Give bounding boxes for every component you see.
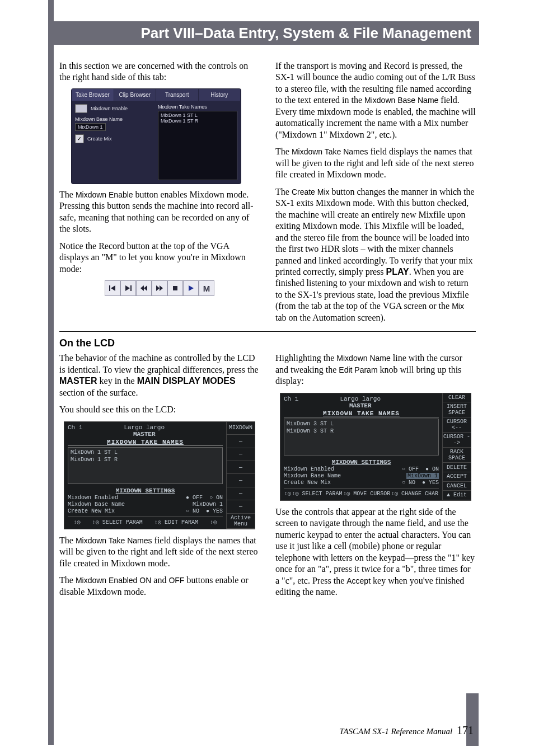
header-band: Part VIII–Data Entry, System & File Mana… — [48, 21, 479, 45]
svg-marker-5 — [144, 285, 147, 291]
create-mix-label: Create Mix — [87, 136, 112, 142]
lcd2-base-value[interactable]: MixDown 1 — [406, 473, 439, 479]
vga-tab-clip-browser[interactable]: Clip Browser — [114, 89, 157, 101]
lcd2-side-2[interactable]: CURSOR <-- — [443, 417, 471, 433]
lcd-screenshot-1: Ch 1 Largo largo MASTER MIXDOWN TAKE NAM… — [64, 421, 255, 529]
take-name-0: MixDown 1 ST L — [161, 112, 235, 118]
r3: The Create Mix button changes the manner… — [275, 186, 476, 324]
lcd2-enabled-on[interactable]: ON — [425, 466, 439, 472]
lcd2-create-yes[interactable]: YES — [422, 480, 439, 486]
lcd2-create-no[interactable]: NO — [402, 480, 415, 486]
lcd2-enabled-off[interactable]: OFF — [402, 466, 419, 472]
lcd2-knob-0[interactable]: ↕◎ — [284, 490, 291, 497]
lcd-r1: Highlighting the Mixdown Name line with … — [275, 353, 476, 387]
section-divider — [59, 331, 476, 332]
lcd2-side-3[interactable]: CURSOR --> — [443, 433, 471, 448]
lower-columns: The behavior of the machine as controlle… — [59, 353, 476, 603]
lcd1-side-6[interactable]: — — [227, 500, 255, 513]
lcd1-side-3[interactable]: — — [227, 461, 255, 474]
r1: If the transport is moving and Record is… — [275, 60, 476, 140]
svg-rect-0 — [109, 285, 110, 291]
lcd2-side-0[interactable]: CLEAR — [443, 393, 471, 403]
lcd2-take-list: MixDown 3 ST L MixDown 3 ST R — [284, 419, 439, 456]
vga-tabs: Take Browser Clip Browser Transport Hist… — [72, 89, 241, 101]
lcd2-base-label: Mixdown Base Name — [284, 473, 341, 479]
lcd1-side-7[interactable]: Active Menu — [227, 514, 255, 529]
intro-p3: Notice the Record button at the top of t… — [59, 241, 260, 275]
main-display-modes: MAIN DISPLAY MODES — [137, 376, 236, 386]
r2: The Mixdown Take Names field displays th… — [275, 146, 476, 180]
lcd2-ch: Ch 1 — [284, 396, 298, 409]
lcd2-side-4[interactable]: BACK SPACE — [443, 448, 471, 463]
lcd2-knob-3[interactable]: ↕◎ CHANGE CHAR — [391, 490, 438, 497]
base-name-input[interactable]: MixDown 1 — [75, 123, 106, 131]
lcd1-knob-2[interactable]: ↕◎ EDIT PARAM — [154, 519, 198, 525]
intro-p2: The Mixdown Enable button enables Mixdow… — [59, 189, 260, 235]
lcd1-side-5[interactable]: — — [227, 487, 255, 500]
mixdown-enable-button[interactable] — [75, 104, 87, 113]
lcd-r2: Use the controls that appear at the righ… — [275, 506, 476, 598]
lcd1-knob-0[interactable]: ↕◎ — [74, 519, 81, 525]
svg-rect-3 — [130, 285, 132, 291]
lcd1-take-0: MixDown 1 ST L — [71, 449, 220, 456]
lcd2-main-title: MASTER — [349, 402, 372, 409]
lcd1-knob-3[interactable]: ↕◎ — [210, 519, 217, 525]
transport-play-icon[interactable] — [183, 280, 199, 296]
lcd1-base-label: Mixdown Base Name — [68, 501, 125, 508]
header-title: Part VIII–Data Entry, System & File Mana… — [141, 25, 471, 42]
lcd-p1: The behavior of the machine as controlle… — [59, 353, 260, 398]
transport-ffwd-icon[interactable] — [152, 280, 167, 296]
lcd2-side-7[interactable]: CANCEL — [443, 482, 471, 491]
transport-rtz-icon[interactable] — [105, 280, 120, 296]
footer: TASCAM SX-1 Reference Manual 171 — [339, 724, 474, 737]
vga-screenshot: Take Browser Clip Browser Transport Hist… — [72, 89, 241, 184]
term-mix-tab: Mix — [452, 302, 464, 311]
term-take-names-2: Mixdown Take Names — [76, 536, 152, 545]
lcd1-side-2[interactable]: — — [227, 448, 255, 461]
lcd2-side-1[interactable]: INSERT SPACE — [443, 402, 471, 417]
term-create-mix: Create Mix — [292, 187, 330, 196]
take-names-list: MixDown 1 ST L MixDown 1 ST R — [158, 111, 237, 180]
term-take-names: Mixdown Take Names — [292, 147, 368, 156]
lcd2-top: Largo largo — [340, 396, 381, 402]
lcd2-side-8[interactable]: ▲ Edit — [443, 491, 471, 500]
lcd1-base-value: MixDown 1 — [193, 501, 223, 508]
lcd2-side-5[interactable]: DELETE — [443, 463, 471, 472]
lcd1-side-0[interactable]: MIXDOWN — [227, 422, 255, 435]
term-enabled-on: Mixdown Enabled ON — [76, 576, 151, 585]
term-base-name: Mixdown Base Name — [364, 96, 438, 105]
svg-marker-9 — [189, 285, 194, 291]
lcd1-create-no[interactable]: NO — [186, 508, 199, 514]
lcd-heading: On the LCD — [59, 337, 476, 349]
transport-rewind-icon[interactable] — [136, 280, 152, 296]
corner-bar — [466, 693, 479, 746]
lcd1-enabled-on[interactable]: ON — [209, 495, 223, 501]
lcd1-top: Largo largo — [124, 424, 165, 431]
term-mixdown-enable: Mixdown Enable — [76, 190, 133, 199]
vga-tab-take-browser[interactable]: Take Browser — [72, 89, 114, 101]
lcd2-take-title: MIXDOWN TAKE NAMES — [284, 410, 439, 417]
lcd1-side-4[interactable]: — — [227, 474, 255, 487]
lcd1-main-title: MASTER — [133, 431, 156, 438]
lcd2-knob-1[interactable]: ↕◎ SELECT PARAM — [292, 490, 343, 497]
transport-record-m-icon[interactable]: M — [199, 280, 214, 296]
svg-marker-1 — [111, 285, 115, 291]
lcd1-enabled-off[interactable]: OFF — [186, 495, 203, 501]
lcd2-side-6[interactable]: ACCEPT — [443, 472, 471, 482]
transport-end-icon[interactable] — [120, 280, 136, 296]
master-key: MASTER — [59, 376, 97, 386]
vga-tab-history[interactable]: History — [199, 89, 241, 101]
lcd2-knob-2[interactable]: ↕◎ MOVE CURSOR — [343, 490, 390, 497]
lcd1-take-1: MixDown 1 ST R — [71, 456, 220, 463]
lcd-p3: The Mixdown Take Names field displays th… — [59, 535, 260, 569]
left-rule — [48, 0, 54, 745]
create-mix-checkbox[interactable]: ✓ — [75, 134, 84, 143]
lcd1-side-1[interactable]: — — [227, 435, 255, 448]
vga-tab-transport[interactable]: Transport — [156, 89, 199, 101]
page: { "header": { "title": "Part VIII–Data E… — [0, 0, 534, 756]
lcd1-create-yes[interactable]: YES — [206, 508, 223, 514]
lcd1-knob-1[interactable]: ↕◎ SELECT PARAM — [92, 519, 143, 525]
footer-label: TASCAM SX-1 Reference Manual — [339, 727, 452, 736]
svg-marker-2 — [125, 285, 130, 291]
transport-stop-icon[interactable] — [167, 280, 183, 296]
